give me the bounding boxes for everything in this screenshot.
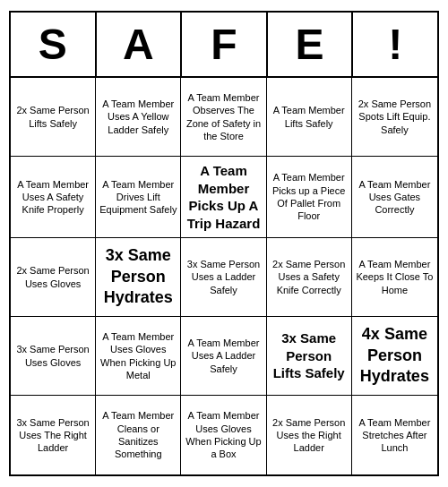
bingo-cell-11[interactable]: 3x Same Person Hydrates — [96, 238, 181, 317]
bingo-cell-17[interactable]: A Team Member Uses A Ladder Safely — [181, 317, 266, 396]
header-letter-S: S — [11, 13, 97, 76]
bingo-cell-5[interactable]: A Team Member Uses A Safety Knife Proper… — [11, 157, 96, 238]
header-letter-E: E — [268, 13, 354, 76]
bingo-cell-9[interactable]: A Team Member Uses Gates Correctly — [352, 157, 437, 238]
bingo-cell-12[interactable]: 3x Same Person Uses a Ladder Safely — [181, 238, 266, 317]
bingo-cell-1[interactable]: A Team Member Uses A Yellow Ladder Safel… — [96, 78, 181, 157]
header-letter-A: A — [97, 13, 183, 76]
bingo-cell-8[interactable]: A Team Member Picks up a Piece Of Pallet… — [267, 157, 352, 238]
bingo-cell-0[interactable]: 2x Same Person Lifts Safely — [11, 78, 96, 157]
header-letter-!: ! — [353, 13, 437, 76]
bingo-card: SAFE! 2x Same Person Lifts SafelyA Team … — [9, 11, 439, 476]
header-letter-F: F — [182, 13, 268, 76]
bingo-cell-21[interactable]: A Team Member Cleans or Sanitizes Someth… — [96, 396, 181, 474]
bingo-cell-7[interactable]: A Team Member Picks Up A Trip Hazard — [181, 157, 266, 238]
bingo-cell-3[interactable]: A Team Member Lifts Safely — [267, 78, 352, 157]
bingo-cell-20[interactable]: 3x Same Person Uses The Right Ladder — [11, 396, 96, 474]
bingo-cell-15[interactable]: 3x Same Person Uses Gloves — [11, 317, 96, 396]
bingo-cell-19[interactable]: 4x Same Person Hydrates — [352, 317, 437, 396]
bingo-cell-24[interactable]: A Team Member Stretches After Lunch — [352, 396, 437, 474]
bingo-cell-14[interactable]: A Team Member Keeps It Close To Home — [352, 238, 437, 317]
bingo-cell-4[interactable]: 2x Same Person Spots Lift Equip. Safely — [352, 78, 437, 157]
bingo-cell-22[interactable]: A Team Member Uses Gloves When Picking U… — [181, 396, 266, 474]
bingo-cell-16[interactable]: A Team Member Uses Gloves When Picking U… — [96, 317, 181, 396]
bingo-cell-18[interactable]: 3x Same Person Lifts Safely — [267, 317, 352, 396]
bingo-grid: 2x Same Person Lifts SafelyA Team Member… — [11, 78, 437, 474]
bingo-cell-13[interactable]: 2x Same Person Uses a Safety Knife Corre… — [267, 238, 352, 317]
bingo-cell-2[interactable]: A Team Member Observes The Zone of Safet… — [181, 78, 266, 157]
bingo-cell-10[interactable]: 2x Same Person Uses Gloves — [11, 238, 96, 317]
bingo-cell-6[interactable]: A Team Member Drives Lift Equipment Safe… — [96, 157, 181, 238]
bingo-cell-23[interactable]: 2x Same Person Uses the Right Ladder — [267, 396, 352, 474]
bingo-header: SAFE! — [11, 13, 437, 78]
